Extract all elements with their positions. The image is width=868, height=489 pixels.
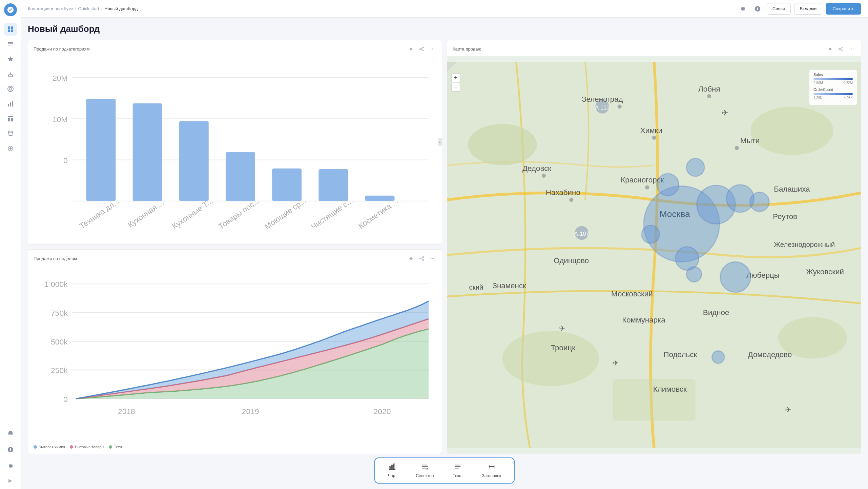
svg-point-14 — [422, 47, 423, 48]
svg-point-16 — [419, 48, 420, 50]
svg-point-50 — [502, 331, 599, 386]
toolbar-panel: Чарт Селектор — [374, 457, 515, 484]
resize-handle-bar[interactable] — [438, 138, 442, 146]
bar-chart-more[interactable] — [428, 45, 436, 53]
svg-rect-29 — [179, 121, 209, 201]
bar-chart-area: 20M 10M 0 Техника дл... — [34, 56, 436, 239]
svg-point-94 — [750, 192, 769, 212]
line-chart-more[interactable] — [428, 254, 436, 262]
line-chart-share[interactable] — [417, 254, 426, 262]
info-button[interactable] — [752, 3, 763, 15]
svg-text:Кухонные Т...: Кухонные Т... — [170, 196, 214, 231]
line-chart-widget: Продажи по неделям — [28, 249, 442, 454]
text-tool-label: Текст — [453, 473, 463, 478]
svg-point-108 — [433, 258, 434, 259]
svg-rect-28 — [133, 103, 162, 201]
sidebar-item-charts[interactable] — [4, 97, 17, 110]
svg-rect-7 — [10, 102, 11, 106]
svg-point-18 — [432, 48, 433, 50]
map-share[interactable] — [836, 45, 845, 53]
app-logo[interactable] — [4, 3, 17, 16]
breadcrumb-current: Новый дашборд — [104, 6, 138, 11]
svg-point-96 — [642, 225, 660, 243]
svg-rect-9 — [8, 116, 13, 117]
svg-text:Знаменск: Знаменск — [492, 281, 526, 290]
settings-button[interactable] — [737, 3, 748, 15]
svg-text:1 000k: 1 000k — [44, 280, 68, 289]
sidebar-item-help[interactable] — [4, 443, 17, 456]
svg-point-48 — [468, 124, 537, 165]
svg-text:Видное: Видное — [703, 308, 729, 317]
svg-text:Балашиха: Балашиха — [774, 185, 810, 193]
svg-text:Дедовск: Дедовск — [522, 164, 551, 173]
map-zoom-out[interactable]: − — [451, 83, 460, 92]
sales-max: 9,22M — [843, 81, 853, 85]
save-button[interactable]: Сохранить — [826, 3, 861, 15]
svg-text:Железнодорожный: Железнодорожный — [774, 241, 835, 248]
topbar-actions: Связи Вкладки Сохранить — [737, 3, 861, 15]
svg-text:2020: 2020 — [374, 407, 391, 416]
bar-chart-actions — [407, 45, 436, 53]
svg-text:Люберцы: Люберцы — [746, 271, 780, 279]
legend-household: Бытовые товары — [70, 445, 104, 449]
svg-rect-124 — [394, 464, 395, 470]
sidebar-item-connections[interactable] — [4, 82, 17, 95]
selector-tool-label: Селектор — [416, 473, 434, 478]
page-title: Новый дашборд — [28, 24, 861, 34]
bottom-toolbar: Чарт Селектор — [28, 454, 861, 486]
sidebar-item-notifications[interactable] — [4, 427, 17, 440]
svg-text:Кухонная ...: Кухонная ... — [126, 198, 166, 229]
line-chart-settings[interactable] — [407, 254, 415, 262]
line-chart-header: Продажи по неделям — [34, 254, 436, 262]
map-more[interactable] — [847, 45, 855, 53]
sidebar-item-settings[interactable] — [4, 459, 17, 472]
heading-tool[interactable]: Заголовок — [473, 460, 511, 481]
chart-tool[interactable]: Чарт — [378, 460, 407, 481]
main-area: Коллекции и воркбуки / Quick start / Нов… — [21, 0, 868, 489]
svg-text:Зеленоград: Зеленоград — [582, 95, 623, 103]
sidebar-item-favorites[interactable] — [4, 53, 17, 65]
bar-chart-settings[interactable] — [407, 45, 415, 53]
svg-point-15 — [422, 50, 423, 51]
svg-point-98 — [720, 262, 751, 292]
svg-rect-0 — [8, 26, 10, 29]
svg-point-58 — [569, 198, 573, 202]
map-legend: Sales 2,96M 9,22M OrderCount 1,29K 4,08K — [809, 70, 857, 105]
svg-rect-2 — [8, 30, 10, 32]
svg-text:✈: ✈ — [613, 359, 619, 367]
svg-point-49 — [750, 106, 833, 155]
map-settings[interactable] — [826, 45, 834, 53]
sidebar-item-collection[interactable] — [4, 38, 17, 51]
sidebar-item-grid[interactable] — [4, 23, 17, 36]
svg-text:Коммунарка: Коммунарка — [622, 316, 665, 324]
text-tool[interactable]: Текст — [443, 460, 472, 481]
svg-rect-6 — [8, 104, 9, 106]
map-area: ✈ ✈ ✈ ✈ А-113 А-107 Зеленоград Лобня Мыт… — [447, 56, 861, 454]
map-zoom-in[interactable]: + — [451, 73, 460, 82]
bar-chart-share[interactable] — [417, 45, 426, 53]
sidebar: ▶ — [0, 0, 21, 489]
svg-text:20M: 20M — [53, 74, 67, 82]
svg-text:2019: 2019 — [242, 407, 259, 416]
sidebar-item-services[interactable] — [4, 142, 17, 155]
sidebar-item-dashboards[interactable] — [4, 112, 17, 125]
play-icon[interactable]: ▶ — [8, 478, 12, 483]
orders-legend-range: 1,29K 4,08K — [813, 96, 853, 100]
links-button[interactable]: Связи — [767, 3, 790, 15]
svg-text:250k: 250k — [51, 366, 68, 375]
sidebar-item-datasets[interactable] — [4, 127, 17, 140]
selector-tool[interactable]: Селектор — [407, 460, 443, 481]
svg-text:✈: ✈ — [722, 108, 728, 117]
svg-text:Одинцово: Одинцово — [554, 256, 589, 265]
tabs-button[interactable]: Вкладки — [794, 3, 823, 15]
svg-rect-3 — [11, 30, 13, 32]
breadcrumb-part1[interactable]: Коллекции и воркбуки — [28, 6, 73, 11]
svg-rect-30 — [226, 152, 255, 201]
orders-max: 4,08K — [844, 96, 853, 100]
svg-text:✈: ✈ — [785, 406, 791, 414]
svg-text:10M: 10M — [53, 115, 67, 124]
breadcrumb-part2[interactable]: Quick start — [78, 6, 99, 11]
sidebar-item-alerts[interactable] — [4, 67, 17, 80]
svg-text:500k: 500k — [51, 337, 68, 346]
svg-point-17 — [430, 48, 431, 50]
